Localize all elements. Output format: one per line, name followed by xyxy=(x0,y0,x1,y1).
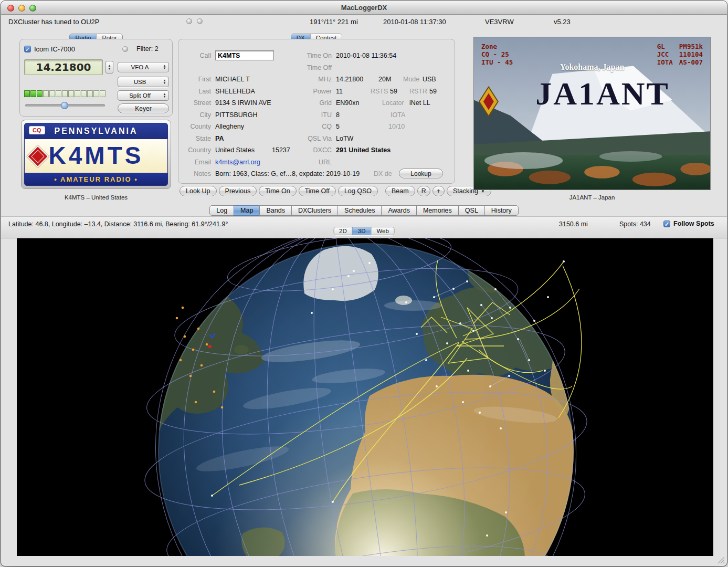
time-on-value: 2010-01-08 11:36:54 xyxy=(336,50,396,61)
city-value: PITTSBURGH xyxy=(215,109,258,121)
beam-button[interactable]: Beam xyxy=(385,186,415,196)
city-label: City xyxy=(181,109,211,121)
street-label: Street xyxy=(181,97,211,109)
look-up-button[interactable]: Look Up xyxy=(180,186,217,196)
qsl-callsign: JA1ANT xyxy=(495,75,710,112)
tab-log[interactable]: Log xyxy=(209,205,234,216)
tab-2d[interactable]: 2D xyxy=(334,227,352,235)
map-view-tabs: 2D 3D Web xyxy=(333,227,395,235)
tab-web[interactable]: Web xyxy=(371,227,394,235)
status-led-1 xyxy=(186,18,192,26)
row-state-qsl: State PA QSL Via LoTW xyxy=(178,133,455,145)
tab-history[interactable]: History xyxy=(484,205,519,216)
level-slider[interactable] xyxy=(25,104,105,107)
previous-button[interactable]: Previous xyxy=(219,186,257,196)
mhz-value: 14.21800 xyxy=(336,74,363,85)
macloggerdx-window: MacLoggerDX DXCluster has tuned to OU2P … xyxy=(1,1,727,566)
tab-3d[interactable]: 3D xyxy=(352,227,371,235)
notes-value: Born: 1963, Class: G, ef…8, expdate: 201… xyxy=(215,168,360,180)
popup-arrows-icon: ▲▼ xyxy=(162,79,168,85)
tab-qsl[interactable]: QSL xyxy=(458,205,485,216)
qsl-card-image: Zone CQ - 25 ITU - 45 GLPM951k JCC110104… xyxy=(473,37,711,190)
grid-label: Grid xyxy=(289,97,332,109)
first-label: First xyxy=(181,74,211,85)
cq-label: CQ xyxy=(289,121,332,132)
filter-label: Filter: 2 xyxy=(136,45,159,52)
resize-grip[interactable] xyxy=(718,556,725,564)
email-link[interactable]: k4mts@arrl.org xyxy=(215,156,260,168)
window-title: MacLoggerDX xyxy=(1,4,727,12)
s-meter xyxy=(24,90,105,97)
rsts-label: RSTS xyxy=(371,86,388,97)
rig-enabled-checkbox[interactable]: ✓ xyxy=(24,46,31,52)
last-value: SHELEHEDA xyxy=(215,86,255,97)
mhz-label: MHz xyxy=(289,74,332,85)
url-label: URL xyxy=(289,156,332,168)
dx-panel: Call Time On 2010-01-08 11:36:54 Time Of… xyxy=(178,39,455,184)
itu-value: 8 xyxy=(336,109,340,121)
qsl-zone-label: Zone xyxy=(481,43,513,50)
power-value: 11 xyxy=(336,86,343,97)
dx-action-buttons: Look Up Previous Time On Time Off Log QS… xyxy=(180,186,491,196)
rig-name-label: Icom IC-7000 xyxy=(34,45,75,53)
street-value: 9134 S IRWIN AVE xyxy=(215,97,271,109)
plate-bottom-text: • AMATEUR RADIO • xyxy=(25,173,167,186)
tab-awards[interactable]: Awards xyxy=(381,205,416,216)
globe-3d-map[interactable] xyxy=(17,238,713,556)
tab-memories[interactable]: Memories xyxy=(416,205,459,216)
map-status-bar: Latitude: 46.8, Longitude: –13.4, Distan… xyxy=(1,216,727,238)
row-email-url: Email k4mts@arrl.org URL xyxy=(178,156,455,169)
country-value: United States xyxy=(215,144,255,156)
dxcluster-status: DXCluster has tuned to OU2P xyxy=(8,18,99,26)
frequency-display: 14.21800 xyxy=(24,59,103,75)
dxcc-value: 291 United States xyxy=(336,144,391,156)
rsts-value: 59 xyxy=(390,86,397,97)
tab-bands[interactable]: Bands xyxy=(259,205,291,216)
zip-value: 15237 xyxy=(272,144,290,156)
row-street-grid: Street 9134 S IRWIN AVE Grid EN90xn Loca… xyxy=(178,97,455,109)
follow-spots-checkbox[interactable]: ✓ xyxy=(663,220,670,227)
title-bar[interactable]: MacLoggerDX xyxy=(1,1,727,15)
slider-thumb[interactable] xyxy=(61,102,68,109)
row-city-itu: City PITTSBURGH ITU 8 IOTA xyxy=(178,109,455,121)
bearing-info: 191°/11° 221 mi xyxy=(310,18,358,26)
locator-label: Locator xyxy=(382,97,404,109)
row-first-mhz: First MICHAEL T MHz 14.21800 20M Mode US… xyxy=(178,74,455,86)
tab-map[interactable]: Map xyxy=(234,205,260,216)
clock: 2010-01-08 11:37:30 xyxy=(383,18,446,26)
vfo-select[interactable]: VFO A ▲▼ xyxy=(118,62,169,72)
cq-value: 5 xyxy=(336,121,340,132)
add-button[interactable]: + xyxy=(432,186,445,196)
plate-state-name: PENNSYLVANIA xyxy=(25,123,167,139)
time-on-button[interactable]: Time On xyxy=(259,186,296,196)
notes-label: Notes xyxy=(181,168,211,180)
row-time-off: Time Off xyxy=(178,62,455,74)
qsl-via-label: QSL Via xyxy=(289,133,332,144)
row-call: Call Time On 2010-01-08 11:36:54 xyxy=(178,50,455,62)
tab-schedules[interactable]: Schedules xyxy=(337,205,382,216)
call-input[interactable] xyxy=(215,50,274,60)
plate-caption: K4MTS – United States xyxy=(19,194,173,201)
log-qso-button[interactable]: Log QSO xyxy=(338,186,378,196)
iota-label: IOTA xyxy=(391,109,405,121)
tab-dxclusters[interactable]: DXClusters xyxy=(291,205,338,216)
lookup-inline-button[interactable]: Lookup xyxy=(399,169,443,178)
split-select[interactable]: Split Off ▲▼ xyxy=(118,90,169,101)
rotor-button[interactable]: R xyxy=(417,186,430,196)
first-value: MICHAEL T xyxy=(215,74,250,85)
qsl-cq-zone: CQ - 25 xyxy=(481,50,513,58)
mode-select[interactable]: USB ▲▼ xyxy=(118,77,169,87)
status-row: DXCluster has tuned to OU2P 191°/11° 221… xyxy=(1,16,727,28)
qsl-caption: JA1ANT – Japan xyxy=(473,194,711,201)
time-off-button[interactable]: Time Off xyxy=(299,186,336,196)
county-label: County xyxy=(181,121,211,132)
email-label: Email xyxy=(181,156,211,168)
power-label: Power xyxy=(289,86,332,97)
grid-value: EN90xn xyxy=(336,97,359,109)
row-country-dxcc: Country United States 15237 DXCC 291 Uni… xyxy=(178,144,455,156)
rstr-label: RSTR xyxy=(409,86,427,97)
keyer-button[interactable]: Keyer xyxy=(118,103,169,113)
frequency-stepper[interactable]: ▲▼ xyxy=(105,61,113,74)
band-value: 20M xyxy=(378,74,391,85)
map-coordinates-text: Latitude: 46.8, Longitude: –13.4, Distan… xyxy=(8,220,228,228)
